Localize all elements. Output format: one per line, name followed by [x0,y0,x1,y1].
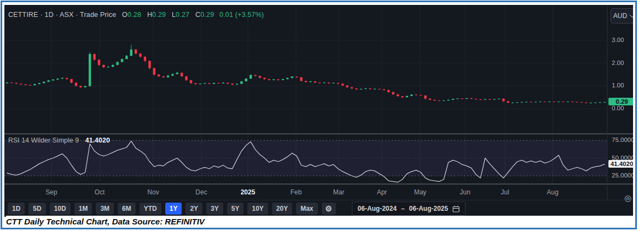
candle-body [286,78,288,79]
candle-body [558,102,560,102]
range-button-2y[interactable]: 2Y [185,203,202,215]
chevron-down-icon [630,13,633,18]
candle-body [581,102,583,103]
candle-body [231,84,233,85]
candle-body [576,102,578,102]
candle-body [38,83,40,84]
candle-body [392,92,394,94]
range-button-max[interactable]: Max [296,203,317,215]
range-button-10d[interactable]: 10D [50,203,71,215]
candle-body [208,83,210,84]
ohlc-close-value: 0.29 [200,11,214,19]
candle-body [466,98,468,99]
candle-body [144,57,146,61]
candle-body [447,100,449,100]
range-button-group: 1D5D10D1M3M6MYTD1Y2Y3Y5Y10Y20YMax [8,203,318,215]
x-axis-label: Jun [460,188,470,196]
candle-body [525,102,527,102]
candle-body [107,67,109,67]
range-button-ytd[interactable]: YTD [140,203,161,215]
candle-body [502,99,504,102]
rsi-legend: RSI 14 Wilder Simple 9 41.4020 [8,137,110,144]
candle-body [222,82,224,83]
ohlc-high-label: H [147,11,152,19]
range-button-5y[interactable]: 5Y [227,203,244,215]
range-button-3y[interactable]: 3Y [206,203,223,215]
candle-body [295,76,298,77]
candle-body [479,99,481,100]
ohlc-open-value: 0.28 [127,11,141,19]
calendar-icon [452,205,460,212]
x-axis-label: Mar [333,188,345,196]
ohlc-open-label: O [122,11,127,19]
candle-body [438,100,440,101]
candle-body [98,60,100,65]
candle-body [29,85,31,86]
candle-body [277,79,279,80]
candle-body [521,102,523,103]
candle-body [24,84,26,85]
x-axis-label: May [414,188,427,196]
price-axis-label: 3.00 [612,37,624,43]
candle-body [121,59,123,62]
candle-body [148,61,150,68]
candle-body [112,65,114,67]
price-and-rsi-plot[interactable] [4,5,633,217]
candle-body [56,79,59,80]
symbol-title: CETTIRE · 1D · ASX · Trade Price [8,11,116,19]
chart-frame: CETTIRE · 1D · ASX · Trade Price O0.28 H… [1,1,637,229]
range-button-1y[interactable]: 1Y [165,203,182,215]
candle-body [571,102,573,102]
x-axis-label: Nov [147,188,159,196]
range-button-6m[interactable]: 6M [118,203,136,215]
candle-body [360,89,362,90]
rsi-value-badge: 41.4020 [608,160,633,168]
caption: CTT Daily Technical Chart, Data Source: … [6,216,633,228]
gear-icon[interactable]: ⚙ [322,203,336,215]
candle-body [516,102,518,103]
candle-body [254,75,256,76]
range-button-3m[interactable]: 3M [96,203,114,215]
rsi-value: 41.4020 [85,137,110,144]
candle-body [259,76,261,78]
candle-body [590,103,592,103]
candle-body [475,99,477,99]
candle-body [415,94,417,95]
range-button-10y[interactable]: 10Y [247,203,268,215]
candle-body [84,86,86,87]
candle-body [406,96,408,98]
range-button-5d[interactable]: 5D [28,203,45,215]
candle-body [167,76,169,78]
candle-body [217,83,219,84]
date-range-picker[interactable]: 06-Aug-2024 – 06-Aug-2025 [352,202,466,216]
candle-body [15,83,18,84]
currency-button[interactable]: AUD [611,8,633,23]
candle-body [429,99,431,100]
candle-body [599,102,601,103]
candle-body [213,83,215,84]
candle-body [318,82,321,83]
candle-body [420,95,422,96]
candle-body [369,88,371,89]
price-axis-label: 0.00 [612,105,624,111]
candle-body [594,103,596,103]
range-button-1d[interactable]: 1D [8,203,25,215]
candle-body [452,99,454,100]
range-button-1m[interactable]: 1M [74,203,92,215]
candle-body [204,83,206,84]
candle-body [512,103,514,103]
candle-body [314,81,316,82]
candle-body [337,83,339,84]
candle-body [190,80,192,83]
candle-body [125,56,127,59]
candle-body [250,75,252,79]
candle-body [470,98,472,99]
candle-body [268,79,270,80]
range-button-20y[interactable]: 20Y [272,203,292,215]
chart-panel[interactable]: CETTIRE · 1D · ASX · Trade Price O0.28 H… [4,5,633,217]
candle-body [282,79,284,80]
rsi-name: RSI 14 Wilder Simple 9 [8,137,79,144]
rsi-axis-label: 25.0000 [612,172,633,179]
candle-body [300,77,302,81]
candle-body [539,102,541,102]
